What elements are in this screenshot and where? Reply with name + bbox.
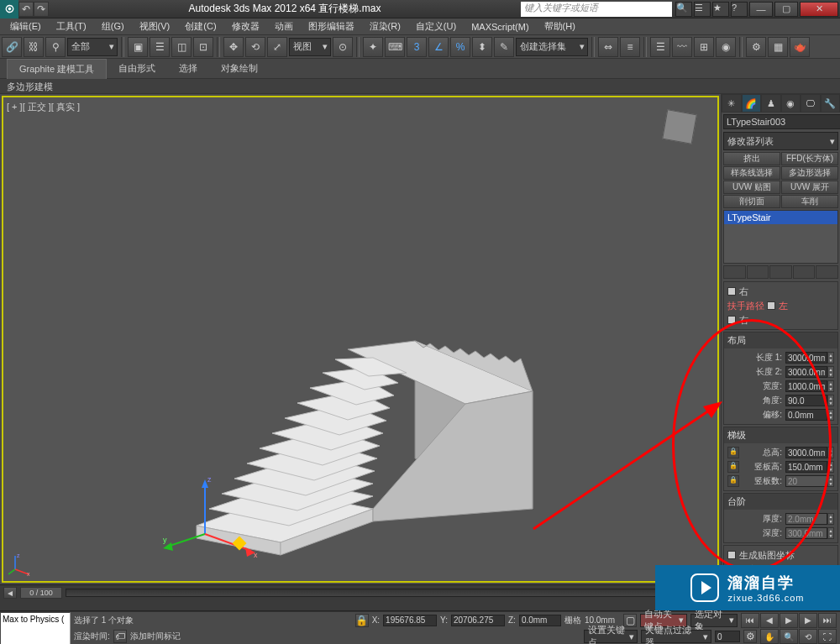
show-end-icon[interactable]	[747, 265, 769, 279]
render-frame-icon[interactable]: ▦	[768, 37, 788, 57]
ref-coord-dropdown[interactable]: 视图	[289, 38, 331, 56]
isolate-icon[interactable]: ▢	[623, 614, 637, 627]
link-icon[interactable]: 🔗	[2, 37, 22, 57]
tab-motion-icon[interactable]: ◉	[781, 94, 801, 113]
help-search-input[interactable]: 键入关键字或短语	[521, 2, 672, 17]
select-region-icon[interactable]: ◫	[171, 37, 192, 57]
btn-splinesel[interactable]: 样条线选择	[723, 166, 780, 180]
maxscript-listener[interactable]: Max to Physics (	[0, 612, 71, 644]
pivot-icon[interactable]: ⊙	[333, 37, 353, 57]
mirror-icon[interactable]: ⇔	[598, 37, 618, 57]
ribbon-tab-select[interactable]: 选择	[167, 59, 209, 78]
align-icon[interactable]: ≡	[620, 37, 640, 57]
manipulate-icon[interactable]: ✦	[363, 37, 383, 57]
keymode-icon[interactable]: ⌨	[385, 37, 405, 57]
btn-polysel[interactable]: 多边形选择	[781, 166, 838, 180]
setkey-button[interactable]: 设置关键点	[584, 630, 638, 643]
time-slider-handle[interactable]: 0 / 100	[20, 587, 62, 599]
spinner-offset[interactable]: ▲▼	[827, 409, 834, 421]
rollout-step-header[interactable]: 台阶	[724, 494, 837, 510]
spinner-length1[interactable]: ▲▼	[827, 352, 834, 364]
rotate-icon[interactable]: ⟲	[245, 37, 265, 57]
btn-uvwmap[interactable]: UVW 贴图	[723, 181, 780, 194]
material-editor-icon[interactable]: ◉	[716, 37, 736, 57]
select-name-icon[interactable]: ☰	[150, 37, 170, 57]
spinner-angle[interactable]: ▲▼	[827, 395, 834, 406]
viewcube[interactable]	[659, 106, 701, 148]
tab-create-icon[interactable]: ✳	[722, 94, 742, 113]
menu-view[interactable]: 视图(V)	[133, 18, 177, 34]
spinner-totalheight[interactable]: ▲▼	[827, 447, 834, 458]
viewport[interactable]: [ + ][ 正交 ][ 真实 ]	[2, 96, 719, 583]
viewport-label[interactable]: [ + ][ 正交 ][ 真实 ]	[7, 101, 80, 113]
btn-extrude[interactable]: 挤出	[723, 152, 780, 165]
nav-orbit-icon[interactable]: ⟲	[799, 629, 817, 644]
menu-edit[interactable]: 编辑(E)	[3, 18, 48, 34]
spinner-length2[interactable]: ▲▼	[827, 366, 834, 378]
schematic-icon[interactable]: ⊞	[694, 37, 714, 57]
favorites-icon[interactable]: ★	[712, 2, 729, 17]
lock-totalheight[interactable]: 🔒	[727, 447, 739, 458]
curve-editor-icon[interactable]: 〰	[672, 37, 692, 57]
lock-risercount[interactable]: 🔒	[727, 475, 739, 487]
menu-maxscript[interactable]: MAXScript(M)	[465, 20, 535, 34]
coord-z-input[interactable]	[519, 615, 561, 626]
timeline-minimize-icon[interactable]: ◂	[3, 587, 17, 599]
input-length2[interactable]	[785, 366, 827, 378]
ribbon-tab-objectpaint[interactable]: 对象绘制	[209, 59, 270, 78]
lock-riserheight[interactable]: 🔒	[727, 461, 739, 473]
snap-toggle-icon[interactable]: 3	[407, 37, 427, 57]
named-sel-icon[interactable]: ✎	[494, 37, 514, 57]
menu-render[interactable]: 渲染(R)	[363, 18, 407, 34]
undo-icon[interactable]: ↶	[18, 2, 34, 17]
pin-stack-icon[interactable]	[723, 265, 746, 279]
percent-snap-icon[interactable]: %	[450, 37, 470, 57]
menu-customize[interactable]: 自定义(U)	[409, 18, 463, 34]
window-crossing-icon[interactable]: ⊡	[193, 37, 213, 57]
input-angle[interactable]	[785, 395, 827, 406]
checkbox-left[interactable]	[767, 301, 775, 310]
close-button[interactable]: ✕	[800, 2, 838, 17]
input-offset[interactable]	[785, 409, 827, 421]
selection-filter-dropdown[interactable]: 全部	[67, 38, 118, 56]
signin-icon[interactable]: ☰	[694, 2, 711, 17]
ribbon-tab-graphite[interactable]: Graphite 建模工具	[7, 59, 107, 79]
coord-x-input[interactable]	[383, 615, 437, 626]
btn-uvwunwrap[interactable]: UVW 展开	[781, 181, 838, 194]
ribbon-tab-freeform[interactable]: 自由形式	[107, 59, 167, 78]
goto-end-icon[interactable]: ⏭	[818, 613, 837, 628]
coord-y-input[interactable]	[451, 615, 505, 626]
select-icon[interactable]: ▣	[128, 37, 148, 57]
menu-create[interactable]: 创建(C)	[178, 18, 223, 34]
stack-item-ltypestair[interactable]: LTypeStair	[724, 211, 837, 224]
stairs-model[interactable]: z y x	[155, 257, 575, 576]
help-icon[interactable]: ?	[731, 2, 748, 17]
btn-lathe[interactable]: 车削	[781, 195, 838, 208]
remove-mod-icon[interactable]	[793, 265, 816, 279]
minimize-button[interactable]: —	[749, 2, 773, 17]
unique-icon[interactable]	[769, 265, 792, 279]
scale-icon[interactable]: ⤢	[267, 37, 287, 57]
modifier-list-dropdown[interactable]: 修改器列表	[723, 132, 838, 150]
object-name-input[interactable]	[723, 114, 840, 129]
keyfilter-button[interactable]: 关键点过滤器...	[641, 630, 711, 643]
tab-hierarchy-icon[interactable]: ♟	[761, 94, 781, 113]
named-selection-dropdown[interactable]: 创建选择集	[516, 38, 588, 56]
input-riserheight[interactable]	[785, 461, 827, 473]
bind-icon[interactable]: ⚲	[45, 37, 66, 57]
btn-slice[interactable]: 剖切面	[723, 195, 780, 208]
lock-selection-icon[interactable]: 🔒	[355, 614, 369, 627]
tab-display-icon[interactable]: 🖵	[801, 94, 821, 113]
spinner-snap-icon[interactable]: ⬍	[472, 37, 492, 57]
nav-pan-icon[interactable]: ✋	[760, 629, 779, 644]
menu-modifiers[interactable]: 修改器	[225, 18, 266, 34]
nav-zoom-icon[interactable]: 🔍	[780, 629, 798, 644]
next-frame-icon[interactable]: ▶	[799, 613, 817, 628]
layers-icon[interactable]: ☰	[650, 37, 670, 57]
configure-icon[interactable]	[816, 265, 838, 279]
menu-tools[interactable]: 工具(T)	[50, 18, 93, 34]
prev-frame-icon[interactable]: ◀	[760, 613, 779, 628]
modifier-stack[interactable]: LTypeStair	[723, 210, 838, 264]
app-logo[interactable]: ⦿	[0, 0, 18, 18]
redo-icon[interactable]: ↷	[34, 2, 49, 17]
